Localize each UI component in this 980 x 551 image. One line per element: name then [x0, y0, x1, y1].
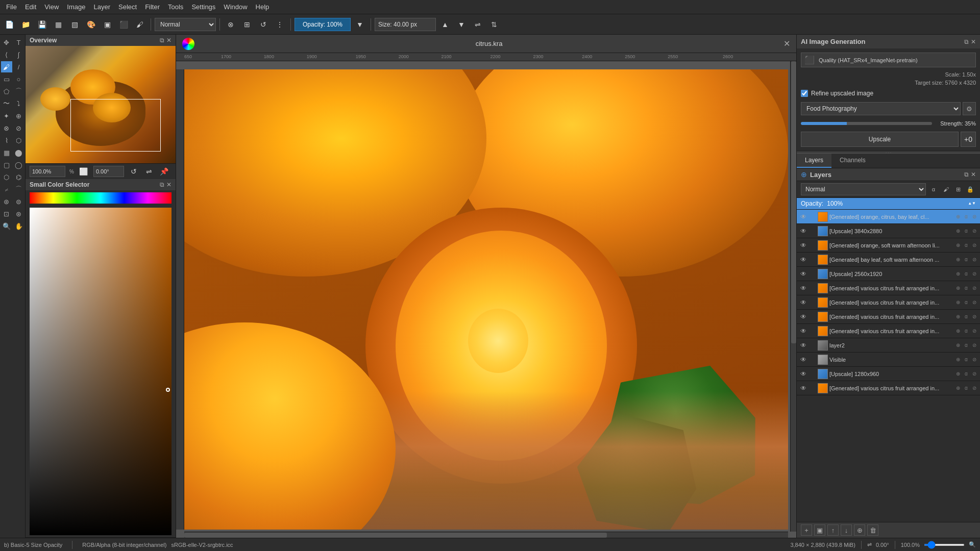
layer-visibility-btn[interactable]: 👁 [799, 255, 808, 264]
tool-bezier[interactable]: ⌒ [13, 86, 24, 97]
tool-circle[interactable]: ○ [13, 73, 24, 85]
tab-layers[interactable]: Layers [797, 154, 831, 168]
toolbar-btn-4[interactable]: ▦ [51, 17, 65, 32]
layer-item[interactable]: 👁 [Upscale] 1280x960 ⊕ α ⊘ [797, 367, 980, 381]
tool-gradient[interactable]: ▦ [1, 147, 12, 158]
layer-alpha-lock-btn[interactable]: ⊘ [971, 228, 978, 235]
reset-btn[interactable]: ↺ [256, 17, 271, 32]
tool-select-bezier[interactable]: ⌒ [13, 184, 24, 195]
layer-lock-alpha-btn[interactable]: α [928, 184, 939, 195]
new-file-btn[interactable]: 📄 [2, 17, 16, 32]
horizontal-scrollbar[interactable] [184, 532, 788, 538]
toolbar-btn-6[interactable]: 🎨 [84, 17, 98, 32]
layer-link-btn[interactable]: ⊕ [954, 313, 962, 320]
layer-item[interactable]: 👁 [Generated] orange, soft warm afternoo… [797, 238, 980, 253]
tool-line[interactable]: / [13, 61, 24, 72]
menu-settings[interactable]: Settings [187, 2, 219, 12]
tool-clone[interactable]: ⊗ [1, 122, 12, 134]
layer-alpha-btn[interactable]: α [963, 299, 970, 306]
layer-alpha-lock-btn[interactable]: ⊘ [971, 328, 978, 335]
layer-alpha-btn[interactable]: α [963, 342, 970, 349]
layer-visibility-btn[interactable]: 👁 [799, 269, 808, 279]
alpha-lock-btn[interactable]: ⊞ [240, 17, 254, 32]
layer-item[interactable]: 👁 [Generated] bay leaf, soft warm aftern… [797, 253, 980, 267]
layer-alpha-lock-btn[interactable]: ⊘ [971, 213, 978, 220]
layer-lock-paint-btn[interactable]: 🖌 [940, 184, 951, 195]
statusbar-zoom-slider[interactable] [924, 544, 965, 546]
layer-link-btn[interactable]: ⊕ [954, 256, 962, 263]
menu-tools[interactable]: Tools [164, 2, 187, 12]
delete-layer-btn[interactable]: 🗑 [867, 524, 878, 536]
tool-select-contig[interactable]: ⌬ [13, 171, 24, 183]
layers-blend-select[interactable]: Normal [801, 183, 926, 195]
tool-select-similar[interactable]: ⊚ [13, 196, 24, 207]
menu-edit[interactable]: Edit [21, 2, 40, 12]
tool-crop[interactable]: ⊡ [1, 208, 12, 219]
tool-freeform[interactable]: 〜 [1, 98, 12, 109]
color-selector-header[interactable]: Small Color Selector ⧉ ✕ [26, 179, 176, 190]
layer-alpha-btn[interactable]: α [963, 313, 970, 320]
tool-transform[interactable]: ✥ [1, 37, 12, 48]
layer-link-btn[interactable]: ⊕ [954, 242, 962, 249]
save-file-btn[interactable]: 💾 [35, 17, 49, 32]
menu-window[interactable]: Window [219, 2, 251, 12]
layer-alpha-lock-btn[interactable]: ⊘ [971, 356, 978, 363]
layer-alpha-btn[interactable]: α [963, 285, 970, 292]
tool-poly[interactable]: ⬠ [1, 86, 12, 97]
layer-link-btn[interactable]: ⊕ [954, 356, 962, 363]
layer-item[interactable]: 👁 [Generated] various citrus fruit arran… [797, 295, 980, 310]
ai-style-select[interactable]: Food Photography [801, 102, 961, 115]
opacity-increment-btn[interactable]: ▲ [968, 202, 972, 206]
tool-colorize[interactable]: ⬤ [13, 147, 24, 158]
ai-panel-close-btn[interactable]: ✕ [971, 38, 976, 45]
layer-alpha-btn[interactable]: α [963, 270, 970, 278]
layer-link-btn[interactable]: ⊕ [954, 299, 962, 306]
layer-alpha-lock-btn[interactable]: ⊘ [971, 299, 978, 306]
menu-layer[interactable]: Layer [89, 2, 114, 12]
tool-select-magnetic[interactable]: ⊛ [1, 196, 12, 207]
mirror-btn[interactable]: ⋮ [273, 17, 287, 32]
layer-item[interactable]: 👁 [Generated] various citrus fruit arran… [797, 381, 980, 395]
overview-header[interactable]: Overview ⧉ ✕ [26, 35, 176, 46]
blend-mode-select[interactable]: Normal [155, 18, 216, 31]
overview-expand-btn[interactable]: ⧉ [160, 37, 164, 44]
mirror-v-btn[interactable]: ⇅ [487, 17, 501, 32]
layer-visibility-btn[interactable]: 👁 [799, 327, 808, 336]
mirror-h-btn[interactable]: ⇌ [471, 17, 485, 32]
layer-alpha-btn[interactable]: α [963, 370, 970, 378]
color-selector-expand-btn[interactable]: ⧉ [160, 181, 164, 188]
layer-item[interactable]: 👁 [Generated] various citrus fruit arran… [797, 324, 980, 338]
tool-contiguous[interactable]: ⊛ [13, 208, 24, 219]
menu-file[interactable]: File [2, 2, 21, 12]
tool-brush[interactable]: 🖌 [1, 61, 12, 72]
layer-item[interactable]: 👁 [Generated] various citrus fruit arran… [797, 281, 980, 295]
layer-item[interactable]: 👁 ✓ [Generated] orange, citrus, bay leaf… [797, 210, 980, 224]
tab-channels[interactable]: Channels [831, 154, 874, 168]
canvas-close-btn[interactable]: ✕ [783, 39, 790, 48]
layer-link-btn[interactable]: ⊕ [954, 328, 962, 335]
move-layer-up-btn[interactable]: ↑ [827, 524, 839, 536]
ai-refine-checkbox[interactable] [801, 90, 808, 97]
layer-alpha-btn[interactable]: α [963, 228, 970, 235]
color-spectrum[interactable] [30, 192, 172, 204]
layer-link-btn[interactable]: ⊕ [954, 370, 962, 378]
layer-visibility-btn[interactable]: 👁 [799, 212, 808, 221]
layers-close-btn[interactable]: ✕ [971, 171, 976, 178]
tool-fill[interactable]: ⬡ [13, 135, 24, 146]
layer-alpha-btn[interactable]: α [963, 385, 970, 392]
add-group-btn[interactable]: ▣ [814, 524, 825, 536]
rotation-input[interactable] [93, 166, 124, 177]
ai-strength-slider[interactable] [801, 122, 932, 125]
add-layer-btn[interactable]: + [801, 524, 812, 536]
toolbar-btn-8[interactable]: ⬛ [116, 17, 131, 32]
layer-visibility-btn[interactable]: 👁 [799, 284, 808, 293]
tool-shape[interactable]: ⟨ [1, 49, 12, 60]
layer-visibility-btn[interactable]: 👁 [799, 355, 808, 364]
ai-style-settings-btn[interactable]: ⚙ [963, 102, 976, 115]
layers-float-btn[interactable]: ⧉ [964, 171, 969, 178]
tool-callig[interactable]: ∫ [13, 49, 24, 60]
layer-visibility-btn[interactable]: 👁 [799, 227, 808, 236]
brush-preset-btn[interactable]: 🖌 [133, 17, 147, 32]
layer-link-btn[interactable]: ⊕ [954, 213, 962, 220]
menu-filter[interactable]: Filter [141, 2, 164, 12]
